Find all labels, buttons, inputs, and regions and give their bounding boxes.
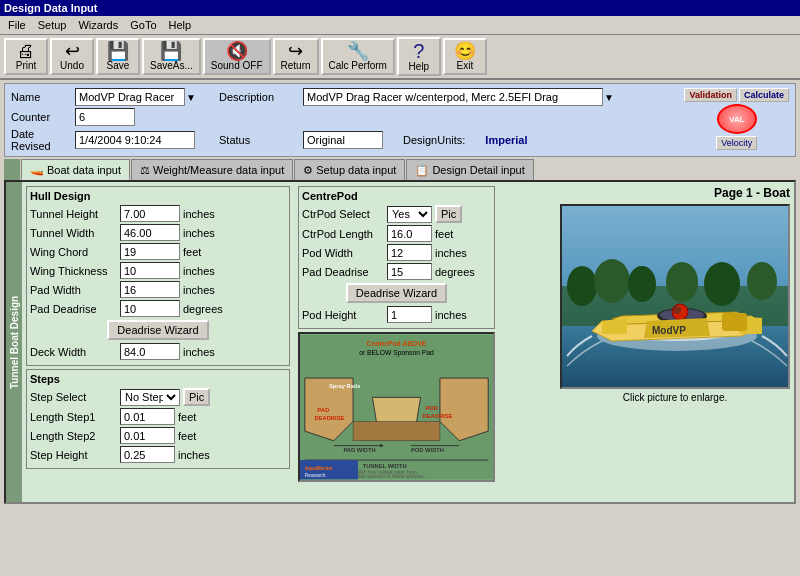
centrepod-pic-button[interactable]: Pic [435, 205, 462, 223]
desc-input[interactable] [303, 88, 603, 106]
length-step2-label: Length Step2 [30, 430, 120, 442]
ctrpod-select-row: CtrPod Select Yes No Pic [302, 205, 491, 223]
name-input[interactable] [75, 88, 185, 106]
tab-design-icon: 📋 [415, 164, 429, 177]
right-panel: Page 1 - Boat [499, 182, 794, 502]
click-caption: Click picture to enlarge. [560, 392, 790, 403]
ctrpod-select-input[interactable]: Yes No [387, 206, 432, 223]
print-label: Print [16, 60, 37, 71]
deck-width-label: Deck Width [30, 346, 120, 358]
saveas-button[interactable]: 💾 SaveAs... [142, 38, 201, 75]
pod-height-input[interactable] [387, 306, 432, 323]
svg-point-39 [673, 306, 681, 314]
exit-button[interactable]: 😊 Exit [443, 38, 487, 75]
length-step2-input[interactable] [120, 427, 175, 444]
step-select-input[interactable]: No Step Single Double [120, 389, 180, 406]
status-input[interactable] [303, 131, 383, 149]
ctrpod-length-input[interactable] [387, 225, 432, 242]
wing-thickness-label: Wing Thickness [30, 265, 120, 277]
tab-setup[interactable]: ⚙ Setup data input [294, 159, 405, 180]
tab-content: Tunnel Boat Design Hull Design Tunnel He… [4, 180, 796, 504]
counter-input[interactable] [75, 108, 135, 126]
tunnel-height-unit: inches [183, 208, 215, 220]
sound-button[interactable]: 🔇 Sound OFF [203, 38, 271, 75]
pad-width-label: Pad Width [30, 284, 120, 296]
tab-setup-icon: ⚙ [303, 164, 313, 177]
svg-text:CenterPod ABOVE: CenterPod ABOVE [367, 340, 427, 347]
menu-wizards[interactable]: Wizards [72, 17, 124, 33]
menu-setup[interactable]: Setup [32, 17, 73, 33]
page-title: Page 1 - Boat [714, 186, 790, 200]
pad-deadrise-row: Pad Deadrise degrees [30, 300, 286, 317]
menu-help[interactable]: Help [163, 17, 198, 33]
date-input[interactable] [75, 131, 195, 149]
menu-file[interactable]: File [2, 17, 32, 33]
tab-boat[interactable]: 🚤 Boat data input [21, 159, 130, 180]
tab-side-spacer [4, 159, 20, 180]
tab-design[interactable]: 📋 Design Detail input [406, 159, 533, 180]
counter-label: Counter [11, 111, 71, 123]
deadrise-wizard-button[interactable]: Deadrise Wizard [107, 320, 208, 340]
velocity-button[interactable]: Velocity [716, 136, 757, 150]
tunnel-width-row: Tunnel Width inches [30, 224, 286, 241]
center-panel: CentrePod CtrPod Select Yes No Pic CtrPo… [294, 182, 499, 502]
pad-width-input[interactable] [120, 281, 180, 298]
tab-weight-label: Weight/Measure data input [153, 164, 284, 176]
menu-bar: File Setup Wizards GoTo Help [0, 16, 800, 35]
step-height-input[interactable] [120, 446, 175, 463]
ctrpod-length-row: CtrPod Length feet [302, 225, 491, 242]
tunnel-width-input[interactable] [120, 224, 180, 241]
svg-rect-6 [353, 421, 440, 440]
pod-width-input[interactable] [387, 244, 432, 261]
name-dropdown-icon[interactable]: ▼ [186, 92, 196, 103]
deck-width-unit: inches [183, 346, 215, 358]
length-step2-row: Length Step2 feet [30, 427, 286, 444]
calcperform-button[interactable]: 🔧 Calc Perform [321, 38, 395, 75]
cp-pad-deadrise-label: Pad Deadrise [302, 266, 387, 278]
design-units-label: DesignUnits: [403, 134, 465, 146]
boat-image-svg: ModVP [562, 206, 790, 389]
validation-circle[interactable]: VAL [717, 104, 757, 134]
design-units-value: Imperial [485, 134, 527, 146]
pad-deadrise-input[interactable] [120, 300, 180, 317]
wing-thickness-unit: inches [183, 265, 215, 277]
tab-boat-icon: 🚤 [30, 163, 44, 176]
length-step1-label: Length Step1 [30, 411, 120, 423]
pod-width-unit: inches [435, 247, 467, 259]
wing-thickness-input[interactable] [120, 262, 180, 279]
print-button[interactable]: 🖨 Print [4, 38, 48, 75]
undo-button[interactable]: ↩ Undo [50, 38, 94, 75]
boat-image[interactable]: ModVP [560, 204, 790, 389]
save-button[interactable]: 💾 Save [96, 38, 140, 75]
menu-goto[interactable]: GoTo [124, 17, 162, 33]
svg-text:or BELOW Sponson Pad: or BELOW Sponson Pad [359, 349, 434, 357]
pod-width-label: Pod Width [302, 247, 387, 259]
svg-rect-43 [722, 313, 747, 331]
centrepod-section: CentrePod CtrPod Select Yes No Pic CtrPo… [298, 186, 495, 329]
main-area: 🚤 Boat data input ⚖ Weight/Measure data … [4, 159, 796, 504]
deck-width-input[interactable] [120, 343, 180, 360]
diagram-svg: CenterPod ABOVE or BELOW Sponson Pad Spr… [300, 334, 493, 480]
tab-weight[interactable]: ⚖ Weight/Measure data input [131, 159, 293, 180]
validation-button[interactable]: Validation [684, 88, 737, 102]
length-step1-input[interactable] [120, 408, 175, 425]
return-button[interactable]: ↪ Return [273, 38, 319, 75]
steps-pic-button[interactable]: Pic [183, 388, 210, 406]
desc-dropdown-icon[interactable]: ▼ [604, 92, 614, 103]
tunnel-height-input[interactable] [120, 205, 180, 222]
ctrpod-select-label: CtrPod Select [302, 208, 387, 220]
wing-chord-unit: feet [183, 246, 201, 258]
steps-title: Steps [30, 373, 286, 385]
tunnel-width-unit: inches [183, 227, 215, 239]
name-label: Name [11, 91, 71, 103]
pad-width-row: Pad Width inches [30, 281, 286, 298]
cp-pad-deadrise-input[interactable] [387, 263, 432, 280]
help-button[interactable]: ? Help [397, 37, 441, 76]
calculate-button[interactable]: Calculate [739, 88, 789, 102]
tunnel-height-label: Tunnel Height [30, 208, 120, 220]
step-select-label: Step Select [30, 391, 120, 403]
cp-pad-deadrise-row: Pad Deadrise degrees [302, 263, 491, 280]
print-icon: 🖨 [17, 42, 35, 60]
cp-deadrise-wizard-button[interactable]: Deadrise Wizard [346, 283, 447, 303]
wing-chord-input[interactable] [120, 243, 180, 260]
